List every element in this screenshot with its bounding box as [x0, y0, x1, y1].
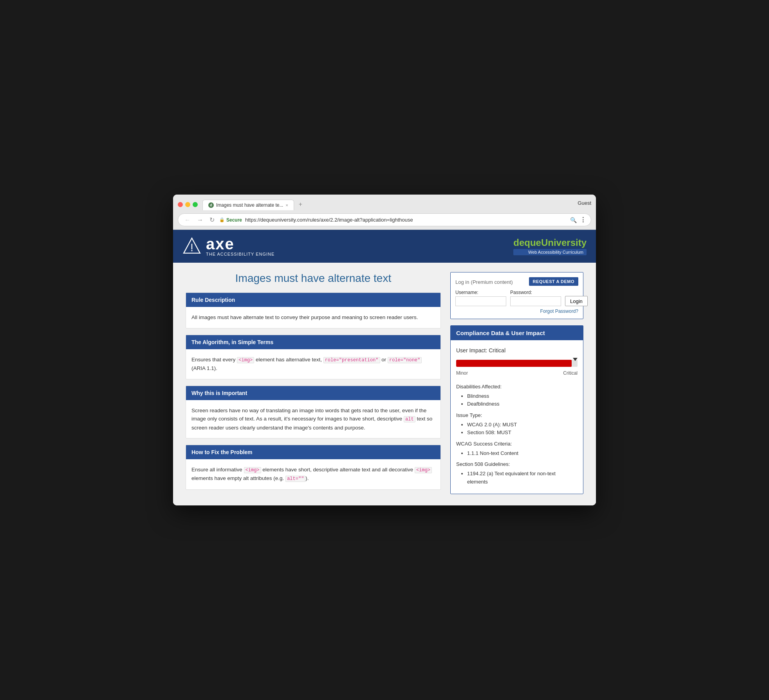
section508-title: Section 508 Guidelines: [456, 460, 578, 469]
img-tag-code: <img> [237, 357, 254, 363]
rule-description-header: Rule Description [186, 293, 440, 307]
page-title: Images must have alternate text [186, 272, 441, 285]
search-button[interactable]: 🔍 [570, 217, 577, 223]
right-column: Log in (Premium content) REQUEST A DEMO … [450, 272, 583, 496]
algorithm-header: The Algorithm, in Simple Terms [186, 335, 440, 349]
deque-logo: dequeUniversity Web Accessibility Curric… [513, 237, 587, 255]
login-fields: Username: Password: Login [455, 290, 578, 306]
disabilities-section: Disabilities Affected: Blindness Deafbli… [456, 382, 578, 408]
user-impact: User Impact: Critical [456, 346, 578, 355]
list-item: 1.1.1 Non-text Content [467, 449, 578, 458]
algorithm-card: The Algorithm, in Simple Terms Ensures t… [186, 335, 441, 379]
url-base: https://dequeuniversity.com/rules/axe/2.… [245, 217, 413, 223]
disabilities-list: Blindness Deafblindness [456, 392, 578, 409]
active-tab[interactable]: d Images must have alternate te... × [202, 200, 294, 210]
section508-list: 1194.22 (a) Text equivalent for non-text… [456, 470, 578, 486]
impact-bar-container [456, 360, 578, 367]
impact-max-label: Critical [563, 369, 578, 378]
axe-title: axe [206, 236, 274, 252]
importance-header: Why this is Important [186, 386, 440, 400]
list-item: Blindness [467, 392, 578, 401]
login-header: Log in (Premium content) REQUEST A DEMO [455, 277, 578, 286]
username-label: Username: [455, 290, 506, 295]
back-button[interactable]: ← [183, 216, 192, 224]
wcag-title: WCAG Success Criteria: [456, 439, 578, 448]
login-subtitle: (Premium content) [471, 279, 513, 285]
browser-window: d Images must have alternate te... × + G… [173, 195, 596, 505]
algorithm-body: Ensures that every <img> element has alt… [186, 349, 440, 379]
page-content: axe THE ACCESSIBILITY ENGINE dequeUniver… [173, 230, 596, 505]
refresh-button[interactable]: ↻ [208, 215, 216, 224]
login-title: Log in (Premium content) [455, 278, 513, 285]
impact-bar-background [456, 360, 578, 367]
tab-close-icon[interactable]: × [285, 203, 288, 207]
fix-alt-code: alt="" [285, 476, 305, 482]
rule-description-body: All images must have alternate text to c… [186, 307, 440, 328]
impact-bar-fill [456, 360, 572, 367]
login-panel: Log in (Premium content) REQUEST A DEMO … [450, 272, 583, 319]
minimize-button[interactable] [185, 202, 190, 207]
svg-point-2 [191, 250, 192, 251]
secure-label: Secure [226, 217, 242, 223]
section508-section: Section 508 Guidelines: 1194.22 (a) Text… [456, 460, 578, 486]
importance-body: Screen readers have no way of translatin… [186, 400, 440, 438]
more-options-button[interactable]: ⋮ [580, 216, 586, 224]
list-item: WCAG 2.0 (A): MUST [467, 421, 578, 429]
browser-chrome: d Images must have alternate te... × + G… [173, 195, 596, 230]
issue-type-title: Issue Type: [456, 411, 578, 420]
compliance-header: Compliance Data & User Impact [451, 326, 583, 340]
role-presentation-code: role="presentation" [323, 357, 380, 363]
forgot-password-link[interactable]: Forgot Password? [540, 309, 578, 314]
list-item: Section 508: MUST [467, 429, 578, 437]
fix-img-code-2: <img> [415, 467, 432, 473]
username-group: Username: [455, 290, 506, 306]
password-label: Password: [510, 290, 561, 295]
left-column: Images must have alternate text Rule Des… [186, 272, 441, 496]
wcag-section: WCAG Success Criteria: 1.1.1 Non-text Co… [456, 439, 578, 457]
address-url[interactable]: https://dequeuniversity.com/rules/axe/2.… [245, 217, 567, 223]
password-group: Password: [510, 290, 561, 306]
deque-name-part2: University [541, 237, 587, 248]
axe-subtitle: THE ACCESSIBILITY ENGINE [206, 252, 274, 256]
request-demo-button[interactable]: REQUEST A DEMO [529, 277, 578, 286]
window-controls [178, 202, 198, 207]
list-item: Deafblindness [467, 400, 578, 408]
password-input[interactable] [510, 296, 561, 306]
axe-logo: axe THE ACCESSIBILITY ENGINE [182, 236, 274, 256]
site-header: axe THE ACCESSIBILITY ENGINE dequeUniver… [173, 230, 596, 263]
compliance-body: User Impact: Critical Minor Critical [451, 340, 583, 494]
compliance-panel: Compliance Data & User Impact User Impac… [450, 325, 583, 494]
lock-icon: 🔒 [219, 217, 225, 222]
issue-type-list: WCAG 2.0 (A): MUST Section 508: MUST [456, 421, 578, 437]
forward-button[interactable]: → [195, 216, 205, 224]
close-button[interactable] [178, 202, 183, 207]
deque-name-part1: deque [513, 237, 541, 248]
axe-triangle-icon [182, 237, 201, 256]
new-tab-button[interactable]: + [295, 198, 306, 210]
rule-description-card: Rule Description All images must have al… [186, 292, 441, 328]
role-none-code: role="none" [388, 357, 422, 363]
impact-labels: Minor Critical [456, 369, 578, 378]
wcag-list: 1.1.1 Non-text Content [456, 449, 578, 458]
login-button[interactable]: Login [565, 296, 588, 306]
list-item: 1194.22 (a) Text equivalent for non-text… [467, 470, 578, 486]
fix-body: Ensure all informative <img> elements ha… [186, 459, 440, 489]
tab-favicon: d [208, 202, 214, 208]
importance-card: Why this is Important Screen readers hav… [186, 386, 441, 438]
fix-header: How to Fix the Problem [186, 445, 440, 459]
browser-tabs: d Images must have alternate te... × + [202, 198, 578, 210]
tab-label: Images must have alternate te... [216, 202, 283, 208]
deque-tagline: Web Accessibility Curriculum [513, 249, 587, 255]
disabilities-title: Disabilities Affected: [456, 382, 578, 391]
fix-card: How to Fix the Problem Ensure all inform… [186, 445, 441, 489]
username-input[interactable] [455, 296, 506, 306]
address-bar[interactable]: ← → ↻ 🔒 Secure https://dequeuniversity.c… [178, 213, 591, 226]
axe-text: axe THE ACCESSIBILITY ENGINE [206, 236, 274, 256]
alt-code: alt [404, 416, 415, 422]
fix-img-code-1: <img> [244, 467, 261, 473]
issue-type-section: Issue Type: WCAG 2.0 (A): MUST Section 5… [456, 411, 578, 437]
guest-label: Guest [578, 200, 591, 209]
impact-bar-pointer [573, 358, 578, 361]
main-area: Images must have alternate text Rule Des… [173, 263, 596, 505]
maximize-button[interactable] [193, 202, 198, 207]
